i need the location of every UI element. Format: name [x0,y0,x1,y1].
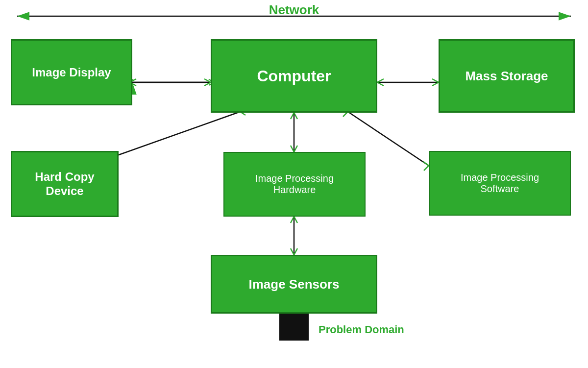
hard-copy-device-box: Hard Copy Device [11,151,119,217]
svg-marker-19 [300,313,309,341]
problem-domain-label: Problem Domain [318,323,404,336]
computer-box: Computer [211,39,377,113]
image-processing-software-box: Image Processing Software [429,151,571,216]
svg-marker-18 [279,313,288,341]
image-display-box: Image Display [11,39,132,105]
mass-storage-box: Mass Storage [439,39,575,113]
network-label: Network [0,2,588,18]
diagram-container: Network [0,0,588,368]
svg-rect-21 [279,313,309,341]
image-sensors-box: Image Sensors [211,255,377,314]
image-processing-hardware-box: Image Processing Hardware [223,152,366,217]
